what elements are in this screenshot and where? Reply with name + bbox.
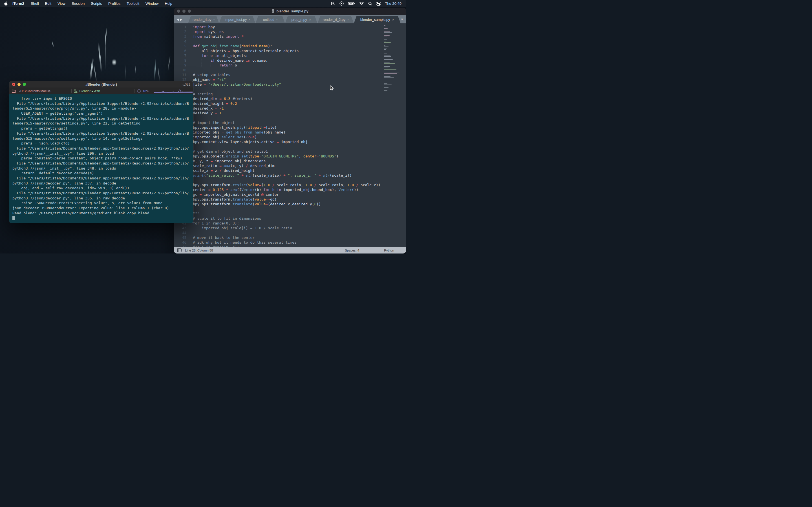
menu-shell[interactable]: Shell [28, 1, 42, 6]
wallpaper-streak [135, 65, 136, 74]
minimap[interactable] [384, 25, 405, 92]
menu-scripts[interactable]: Scripts [88, 1, 105, 6]
terminal-line: File "/Users/tristan/Library/Application… [12, 131, 193, 136]
terminal-line: python3.7/json/decoder.py", line 355, in… [12, 196, 193, 201]
code-line: 28bpy.ops.object.origin_set(type="ORIGIN… [174, 154, 406, 159]
tab-modified-dot[interactable]: ● [249, 18, 250, 20]
session-job-info[interactable]: Blender ◂ -zsh [71, 89, 134, 93]
mouse-cursor [330, 86, 335, 91]
code-line: 25bpy.context.view_layer.objects.active … [174, 139, 406, 144]
zoom-button[interactable] [188, 10, 191, 13]
tab-modified-dot[interactable]: ● [213, 18, 214, 20]
code-line: 20 [174, 115, 406, 120]
wallpaper-streak [52, 41, 54, 47]
tab-modified-dot[interactable]: ● [276, 18, 277, 20]
play-status-icon[interactable] [340, 1, 344, 6]
terminal-cursor [12, 216, 15, 220]
terminal-window: ./Blender (Blender) ⌥⌘1 ~/D/B/Contents/M… [9, 81, 193, 223]
terminal-line: obj, end = self.raw_decode(s, idx=_w(s, … [12, 186, 193, 191]
menu-clock[interactable]: Thu 20:49 [385, 1, 402, 6]
terminal-window-title: ./Blender (Blender) [9, 82, 193, 87]
terminal-line: prefs = json.load(cfg) [12, 141, 193, 146]
code-line: 41# scale it to fit in dimensions [174, 216, 406, 221]
sidebar-toggle-icon[interactable] [177, 248, 182, 252]
terminal-line: USER_AGENT = getSetting('user_agent') [12, 111, 193, 116]
tab-overflow-icon[interactable]: ▼ [401, 18, 403, 21]
cpu-usage-indicator[interactable]: 18% [135, 89, 193, 93]
zoom-button[interactable] [23, 83, 26, 86]
terminal-title-bar[interactable]: ./Blender (Blender) ⌥⌘1 [9, 81, 193, 88]
tab-close-icon[interactable]: × [309, 18, 311, 21]
terminal-traffic-lights [12, 83, 26, 86]
editor-title-bar[interactable]: blender_sample.py [174, 8, 406, 15]
wallpaper-streak [125, 65, 125, 79]
tab-close-icon[interactable]: × [392, 18, 395, 21]
tab-prep_ri.py[interactable]: prep_ri.py× [285, 16, 317, 23]
wallpaper-streak [167, 56, 170, 71]
wallpaper-streak [112, 58, 116, 66]
menu-help[interactable]: Help [161, 1, 175, 6]
tab-modified-dot[interactable]: ● [347, 18, 349, 20]
tabs: render_ri.py●import_test.py●untitled●pre… [188, 16, 401, 23]
wallpaper-streak [93, 64, 97, 82]
menu-iterm2[interactable]: iTerm2 [9, 1, 28, 6]
terminal-line: python3.7/json/decoder.py", line 337, in… [12, 181, 193, 186]
tab-render_ri_2.py[interactable]: render_ri_2.py● [317, 16, 354, 23]
code-line: 21# import the object [174, 120, 406, 125]
code-line: 23imported_obj = get_obj_from_name(obj_n… [174, 130, 406, 135]
status-menu-icon[interactable] [331, 2, 335, 5]
code-line: 33 [174, 178, 406, 182]
terminal-line: python3.7/json/__init__.py", line 348, i… [12, 166, 193, 171]
code-line: 18desired_x = -1 [174, 106, 406, 111]
terminal-line: python3.7/json/__init__.py", line 296, i… [12, 151, 193, 156]
menu-edit[interactable]: Edit [42, 1, 54, 6]
tab-render_ri.py[interactable]: render_ri.py● [188, 16, 219, 23]
wallpaper-streak [89, 58, 94, 80]
code-line: 38bpy.ops.transform.translate(value=(des… [174, 202, 406, 207]
close-button[interactable] [12, 83, 15, 86]
tab-blender_sample.py[interactable]: blender_sample.py× [354, 16, 401, 23]
wifi-icon[interactable] [359, 2, 364, 5]
battery-icon[interactable] [348, 2, 355, 5]
terminal-line: return _default_decoder.decode(s) [12, 171, 193, 176]
indentation-setting[interactable]: Spaces: 4 [345, 249, 359, 252]
language-mode[interactable]: Python [384, 249, 394, 252]
menu-toolbelt[interactable]: Toolbelt [123, 1, 142, 6]
close-button[interactable] [177, 10, 180, 13]
code-line: 6 all_objects = bpy.context.selectable_o… [174, 48, 406, 53]
terminal-line: File "/Users/tristan/Library/Application… [12, 101, 193, 106]
working-directory[interactable]: ~/D/B/Contents/MacOS [9, 89, 71, 93]
folder-icon [12, 90, 16, 93]
terminal-output[interactable]: from .srv import EPSGIO File "/Users/tri… [9, 94, 193, 223]
code-line: 44 [174, 230, 406, 235]
menu-window[interactable]: Window [142, 1, 161, 6]
code-line: 14 [174, 87, 406, 92]
code-line: 3from mathutils import * [174, 34, 406, 39]
code-line: 11# setup variables [174, 72, 406, 77]
code-editor-surface[interactable]: 1import bpy2import sys, os3from mathutil… [174, 23, 406, 247]
terminal-line: lenderGIS-master/core/settings.py", line… [12, 121, 193, 126]
terminal-line: File "/Users/tristan/Documents/Blender.a… [12, 191, 193, 196]
code-line: 34bpy.ops.transform.resize(value=(1.0 / … [174, 182, 406, 187]
minimize-button[interactable] [183, 10, 186, 13]
terminal-line: lenderGIS-master/core/proj/srv.py", line… [12, 106, 193, 111]
wallpaper-streak [105, 31, 106, 70]
tab-untitled[interactable]: untitled● [255, 16, 285, 23]
code-line: 17desired_height = 0.2 [174, 101, 406, 106]
spotlight-search-icon[interactable] [368, 2, 372, 6]
code-line: 12obj_name = "ri" [174, 77, 406, 82]
cpu-chip-icon [137, 89, 141, 93]
code-line: 46# idk why but it needs to do this seve… [174, 240, 406, 245]
terminal-line: Read blend: /Users/tristan/Documents/gra… [12, 211, 193, 216]
file-icon [271, 9, 274, 13]
menu-view[interactable]: View [54, 1, 68, 6]
menu-profiles[interactable]: Profiles [105, 1, 123, 6]
menu-items: iTerm2ShellEditViewSessionScriptsProfile… [9, 1, 175, 6]
tab-import_test.py[interactable]: import_test.py● [219, 16, 255, 23]
code-line: 1import bpy [174, 24, 406, 29]
control-center-icon[interactable] [376, 2, 380, 6]
menu-session[interactable]: Session [68, 1, 88, 6]
tab-scroll-arrows[interactable]: ◀▶ [176, 18, 184, 21]
apple-menu-icon[interactable] [4, 1, 8, 6]
minimize-button[interactable] [17, 83, 20, 86]
